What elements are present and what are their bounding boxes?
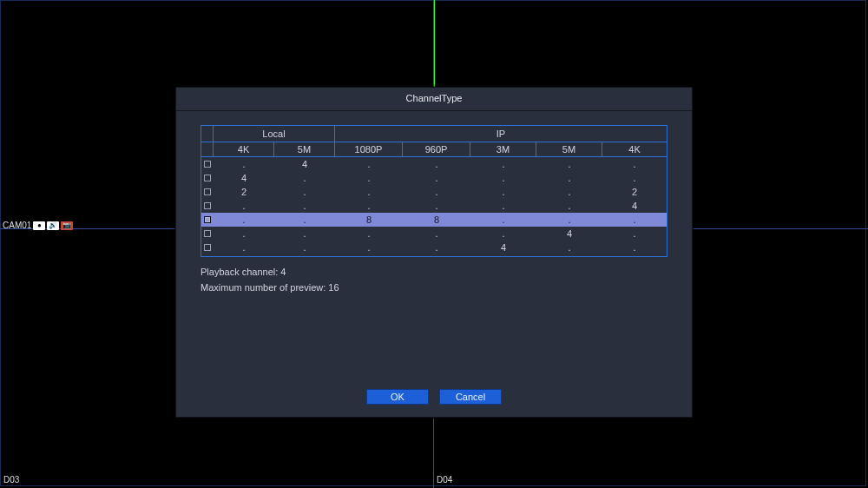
- playback-channel-info: Playback channel: 4: [201, 264, 667, 280]
- row-checkbox-cell[interactable]: [201, 188, 214, 195]
- camera-name: CAM01: [3, 221, 31, 230]
- table-column-header: 4K 5M 1080P 960P 3M 5M 4K: [201, 142, 667, 157]
- table-group-header: Local IP: [201, 126, 667, 142]
- table-cell: .: [403, 201, 470, 211]
- table-row[interactable]: .4.....: [201, 157, 667, 171]
- table-cell: .: [274, 228, 335, 239]
- table-cell: .: [403, 242, 470, 253]
- table-cell: .: [602, 242, 667, 253]
- info-section: Playback channel: 4 Maximum number of pr…: [201, 264, 667, 295]
- table-cell: .: [536, 242, 602, 253]
- snapshot-icon: 📷: [61, 221, 73, 230]
- channel-label-d04: D04: [437, 475, 452, 485]
- table-cell: .: [335, 201, 403, 211]
- table-row[interactable]: ....4..: [201, 241, 667, 254]
- table-cell: .: [536, 173, 602, 183]
- table-cell: .: [214, 228, 274, 239]
- row-checkbox[interactable]: [204, 161, 211, 168]
- table-cell: .: [335, 242, 403, 253]
- col-header: 960P: [403, 142, 470, 156]
- channel-type-table: Local IP 4K 5M 1080P 960P 3M 5M 4K .4...…: [201, 125, 667, 257]
- row-checkbox[interactable]: [204, 175, 211, 181]
- table-cell: 8: [403, 214, 470, 225]
- dialog-body: Local IP 4K 5M 1080P 960P 3M 5M 4K .4...…: [176, 125, 692, 380]
- row-checkbox-cell[interactable]: [201, 244, 214, 251]
- table-cell: .: [274, 173, 335, 183]
- row-checkbox-cell[interactable]: [201, 202, 214, 209]
- table-body: .4.....4......2.....2......4..88........…: [201, 157, 667, 256]
- table-cell: .: [214, 159, 274, 169]
- col-header: 4K: [214, 142, 274, 156]
- table-cell: .: [274, 242, 335, 253]
- camera-label: CAM01 ● 🔊 📷: [3, 221, 73, 230]
- table-cell: .: [214, 201, 274, 211]
- table-cell: .: [335, 228, 403, 239]
- table-cell: 4: [274, 159, 335, 169]
- table-cell: .: [536, 214, 602, 225]
- group-header-ip: IP: [335, 126, 667, 142]
- col-header: 4K: [602, 142, 667, 156]
- row-checkbox[interactable]: [204, 188, 211, 195]
- table-cell: .: [214, 214, 274, 225]
- ok-button[interactable]: OK: [366, 389, 429, 405]
- row-checkbox[interactable]: [204, 244, 211, 251]
- table-cell: .: [403, 173, 470, 183]
- table-cell: .: [470, 159, 536, 169]
- row-checkbox[interactable]: [204, 230, 211, 237]
- row-checkbox[interactable]: [204, 216, 211, 223]
- channel-type-dialog: ChannelType Local IP 4K 5M 1080P 960P 3M…: [175, 87, 693, 418]
- dialog-separator: [176, 110, 692, 111]
- table-cell: .: [274, 187, 335, 197]
- table-cell: .: [274, 214, 335, 225]
- table-cell: .: [403, 228, 470, 239]
- table-cell: 4: [536, 228, 602, 239]
- table-cell: 2: [214, 187, 274, 197]
- group-header-local: Local: [214, 126, 335, 142]
- table-cell: .: [602, 214, 667, 225]
- table-cell: 4: [214, 173, 274, 183]
- audio-icon: 🔊: [47, 221, 59, 230]
- cancel-button[interactable]: Cancel: [439, 389, 502, 405]
- row-checkbox[interactable]: [204, 202, 211, 209]
- table-cell: .: [470, 201, 536, 211]
- checkbox-column-spacer: [201, 142, 214, 156]
- checkbox-column-spacer: [201, 126, 214, 142]
- table-cell: .: [403, 187, 470, 197]
- table-row[interactable]: ......4: [201, 199, 667, 213]
- table-cell: 8: [335, 214, 403, 225]
- col-header: 5M: [274, 142, 335, 156]
- max-preview-info: Maximum number of preview: 16: [201, 280, 667, 295]
- table-row[interactable]: .....4.: [201, 227, 667, 241]
- table-cell: .: [470, 187, 536, 197]
- col-header: 3M: [470, 142, 536, 156]
- table-cell: .: [602, 173, 667, 183]
- row-checkbox-cell[interactable]: [201, 216, 214, 223]
- table-row[interactable]: 4......: [201, 171, 667, 185]
- table-cell: .: [403, 159, 470, 169]
- table-cell: .: [274, 201, 335, 211]
- col-header: 1080P: [335, 142, 403, 156]
- table-cell: .: [335, 159, 403, 169]
- table-cell: 2: [602, 187, 667, 197]
- record-icon: ●: [33, 221, 45, 230]
- table-cell: .: [602, 228, 667, 239]
- table-row[interactable]: 2.....2: [201, 185, 667, 199]
- table-cell: 4: [602, 201, 667, 211]
- channel-label-d03: D03: [3, 475, 19, 485]
- table-cell: .: [214, 242, 274, 253]
- table-cell: 4: [470, 242, 536, 253]
- table-cell: .: [536, 187, 602, 197]
- row-checkbox-cell[interactable]: [201, 230, 214, 237]
- table-cell: .: [602, 159, 667, 169]
- table-cell: .: [470, 214, 536, 225]
- row-checkbox-cell[interactable]: [201, 175, 214, 181]
- col-header: 5M: [536, 142, 602, 156]
- table-cell: .: [470, 228, 536, 239]
- table-cell: .: [470, 173, 536, 183]
- dialog-title: ChannelType: [176, 88, 692, 110]
- table-cell: .: [335, 187, 403, 197]
- table-row[interactable]: ..88...: [201, 213, 667, 227]
- row-checkbox-cell[interactable]: [201, 161, 214, 168]
- table-cell: .: [536, 201, 602, 211]
- table-cell: .: [335, 173, 403, 183]
